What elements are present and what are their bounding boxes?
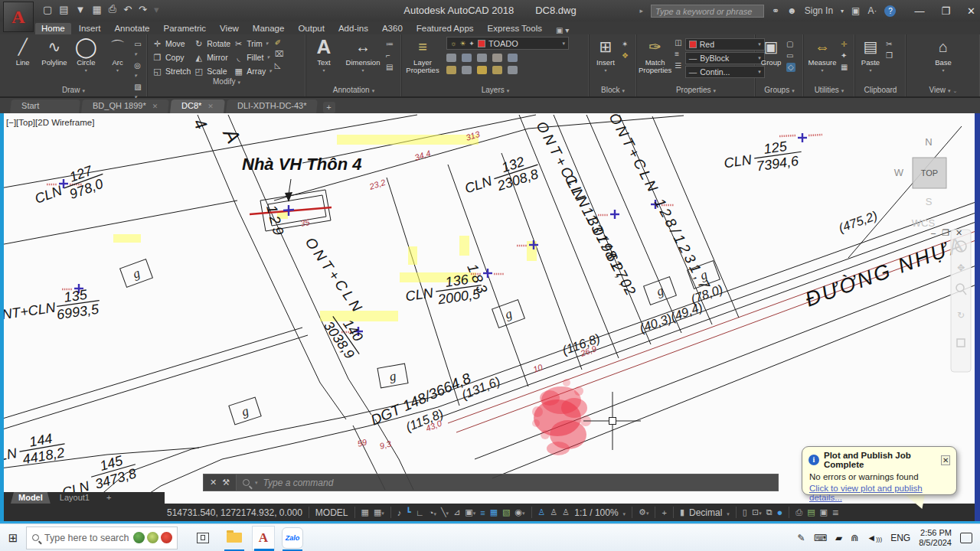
- panel-modify-label[interactable]: Modify▾: [148, 77, 305, 87]
- tab-express-tools[interactable]: Express Tools: [482, 23, 548, 34]
- autoscale-icon[interactable]: ♙: [547, 507, 560, 517]
- keyword-search-input[interactable]: Type a keyword or phrase: [651, 5, 764, 18]
- battery-icon[interactable]: ▰: [835, 533, 842, 543]
- new-tab-button[interactable]: +: [323, 102, 335, 113]
- annotation-visibility-icon[interactable]: ♙: [536, 507, 548, 517]
- trusted-autodesk-icon[interactable]: ▤: [805, 507, 817, 517]
- panel-clipboard-label[interactable]: Clipboard: [855, 85, 906, 96]
- volume-icon[interactable]: ◄))): [867, 533, 882, 543]
- help-icon[interactable]: ?: [884, 5, 896, 17]
- vp-restore-icon[interactable]: ❐: [942, 228, 949, 238]
- display-lock-icon[interactable]: ⊡▾: [750, 507, 764, 517]
- polar-tracking-icon[interactable]: ∟: [413, 508, 426, 517]
- popup-close-icon[interactable]: ✕: [941, 455, 950, 465]
- units-value[interactable]: Decimal: [687, 507, 724, 518]
- sign-in-caret-icon[interactable]: ▾: [841, 8, 844, 15]
- vp-minimize-icon[interactable]: –: [931, 228, 936, 238]
- file-tab-dc8[interactable]: DC8*✕: [170, 99, 225, 113]
- command-input[interactable]: ▾ Type a command: [237, 474, 779, 491]
- move-button[interactable]: ✛Move: [152, 38, 191, 49]
- autocad-taskbar-button[interactable]: A: [252, 526, 275, 550]
- file-tab-start[interactable]: Start: [10, 99, 80, 113]
- popup-details-link[interactable]: Click to view plot and publish details..…: [809, 484, 950, 502]
- task-view-button[interactable]: [197, 533, 209, 543]
- autodesk-exchange-icon[interactable]: A·: [867, 5, 877, 16]
- panel-utilities-label[interactable]: Utilities▾: [804, 85, 854, 96]
- paste-button[interactable]: ▤ Paste▾: [857, 37, 884, 73]
- draw-extra-tools[interactable]: ▭ ▾ ◎ ▾ ▨ ▾: [134, 37, 145, 102]
- osnap-2d-icon[interactable]: ⊿: [451, 507, 462, 517]
- osnap-settings-icon[interactable]: ▣▾: [462, 507, 478, 517]
- zalo-taskbar-button[interactable]: Zalo: [281, 526, 304, 550]
- minimize-button[interactable]: —: [914, 5, 924, 17]
- cmd-tools-icon[interactable]: ⚒: [222, 478, 230, 487]
- annotation-monitor-icon[interactable]: +: [659, 508, 668, 517]
- panel-annotation-label[interactable]: Annotation▾: [306, 85, 401, 96]
- measure-button[interactable]: ⇔ Measure▾: [805, 37, 839, 73]
- tab-insert[interactable]: Insert: [73, 23, 107, 34]
- sign-in-button[interactable]: Sign In: [805, 5, 833, 16]
- panel-block-label[interactable]: Block▾: [590, 85, 636, 96]
- annotation-scale-value[interactable]: 1:1 / 100%: [572, 507, 620, 518]
- tab-home[interactable]: Home: [35, 23, 71, 34]
- clock[interactable]: 2:56 PM 8/5/2024: [919, 528, 952, 548]
- object-color-dropdown[interactable]: Red▾: [685, 38, 765, 51]
- scale-button[interactable]: ◰Scale: [194, 66, 230, 77]
- panel-groups-label[interactable]: Groups▾: [756, 85, 803, 96]
- graphics-performance-icon[interactable]: ●: [775, 507, 786, 518]
- open-file-icon[interactable]: ▤: [59, 4, 68, 15]
- app-store-icon[interactable]: ▣: [851, 5, 860, 16]
- line-button[interactable]: ╱ Line: [8, 37, 38, 67]
- save-as-icon[interactable]: ▦: [92, 4, 101, 15]
- tab-a360[interactable]: A360: [376, 23, 409, 34]
- trim-button[interactable]: ✂Trim ▾: [234, 38, 272, 49]
- start-button[interactable]: ⊞: [0, 531, 26, 545]
- stretch-button[interactable]: ◱Stretch: [152, 66, 191, 77]
- dynamic-input-icon[interactable]: ♪: [395, 508, 404, 517]
- model-tab[interactable]: Model: [11, 492, 51, 504]
- close-tab-icon[interactable]: ✕: [152, 103, 158, 110]
- close-tab-icon[interactable]: ✕: [208, 103, 214, 110]
- base-button[interactable]: ⌂ Base▾: [927, 37, 959, 73]
- drawing-svg[interactable]: g g g g g g CLN 127 978,0 CLN 132 2308,8…: [0, 113, 980, 504]
- group-button[interactable]: ▣ Group: [757, 37, 785, 67]
- redo-icon[interactable]: ↷: [139, 4, 147, 15]
- plot-status-icon[interactable]: ⎙: [793, 507, 805, 517]
- panel-draw-label[interactable]: Draw▾: [0, 85, 147, 96]
- plot-icon[interactable]: ⎙: [109, 3, 116, 15]
- panel-view-label[interactable]: View▾⌄: [906, 85, 980, 96]
- vp-close-icon[interactable]: ✕: [956, 228, 962, 238]
- mirror-button[interactable]: ◭Mirror: [194, 52, 230, 63]
- search-arrow-icon[interactable]: ▸: [639, 7, 643, 15]
- clean-screen-icon[interactable]: ▣: [818, 507, 830, 517]
- groups-extra-tools[interactable]: ▢▭◇: [786, 37, 795, 72]
- snap-icon[interactable]: ▦▾: [371, 507, 387, 517]
- cmd-close-icon[interactable]: ✕: [210, 478, 217, 487]
- viewport-controls[interactable]: [−][Top][2D Wireframe]: [6, 118, 94, 127]
- text-button[interactable]: A Text▾: [308, 37, 340, 73]
- selection-cycling-icon[interactable]: ▧: [500, 507, 512, 517]
- action-center-icon[interactable]: [960, 533, 972, 543]
- match-properties-button[interactable]: ✑ Match Properties: [639, 37, 671, 74]
- customization-icon[interactable]: ≡: [830, 507, 841, 519]
- annotation-extra-tools[interactable]: ≔⌐▤: [386, 37, 394, 72]
- tab-parametric[interactable]: Parametric: [158, 23, 213, 34]
- layout1-tab[interactable]: Layout1: [52, 492, 97, 504]
- block-extra-tools[interactable]: ✶❖: [622, 37, 629, 60]
- panel-layers-label[interactable]: Layers▾: [402, 85, 589, 96]
- ortho-icon[interactable]: ┗: [403, 507, 413, 517]
- news-interest-widget[interactable]: [133, 532, 172, 543]
- undo-icon[interactable]: ↶: [123, 4, 132, 15]
- modify-extra-tools[interactable]: ✐⌧◺: [275, 38, 284, 77]
- insert-button[interactable]: ⊞ Insert▾: [591, 37, 620, 73]
- app-menu-button[interactable]: A: [3, 2, 34, 32]
- tab-manage[interactable]: Manage: [247, 23, 291, 34]
- fillet-button[interactable]: ◟Fillet ▾: [234, 52, 272, 63]
- close-button[interactable]: ✕: [967, 5, 975, 17]
- binoculars-icon[interactable]: ⚭: [772, 5, 779, 16]
- tab-addins[interactable]: Add-ins: [332, 23, 374, 34]
- arc-button[interactable]: ⌒ Arc▾: [103, 37, 132, 73]
- transparency-icon[interactable]: ▦: [488, 507, 500, 517]
- wifi-icon[interactable]: ⋒: [851, 533, 858, 543]
- isolate-objects-icon[interactable]: ⧉: [764, 507, 775, 517]
